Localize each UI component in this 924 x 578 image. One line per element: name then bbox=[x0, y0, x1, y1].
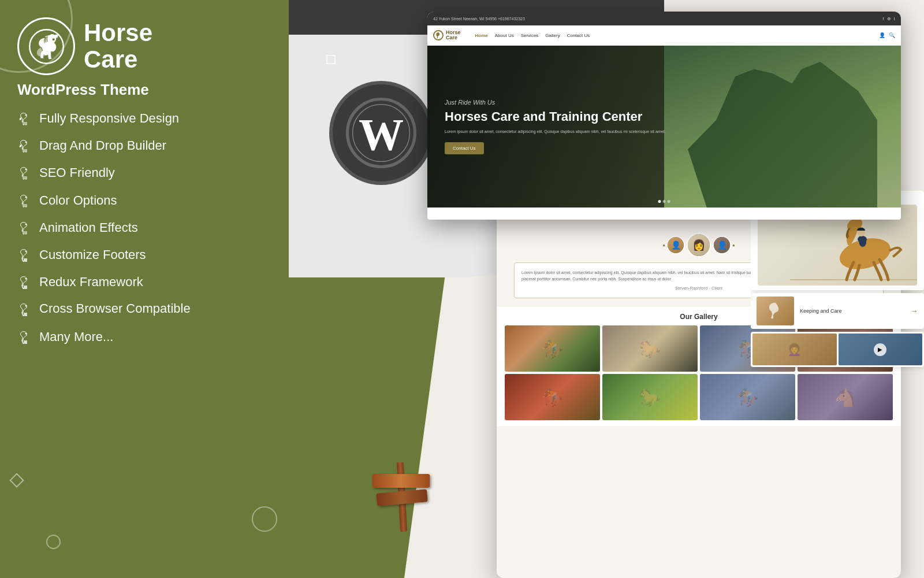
gallery-img-1: 🏇 bbox=[505, 325, 600, 372]
hero-horse-silhouette bbox=[688, 62, 877, 208]
horse-icon-responsive bbox=[17, 112, 32, 131]
right-panel: W 42 Yukon Street Neenah, WI 54956 +6198… bbox=[248, 0, 924, 578]
hero-horse-bg bbox=[664, 46, 901, 208]
slide-dots bbox=[658, 200, 670, 203]
nav-about[interactable]: About Us bbox=[495, 33, 514, 38]
hero-section: Just Ride With Us Horses Care and Traini… bbox=[427, 46, 901, 208]
left-panel: Horse Care WordPress Theme Fully Respons… bbox=[0, 0, 289, 578]
feature-item-browser: Cross Browser Compatible bbox=[17, 301, 271, 321]
horse-icon-builder bbox=[17, 139, 32, 158]
feature-item-responsive: Fully Responsive Design bbox=[17, 110, 271, 131]
feature-label-more: Many More... bbox=[39, 329, 113, 346]
twitter-icon: t bbox=[894, 16, 895, 21]
feature-label-animation: Animation Effects bbox=[39, 220, 138, 236]
horse-icon-browser bbox=[17, 302, 32, 321]
decorative-square bbox=[326, 55, 336, 64]
nav-actions: 👤 🔍 bbox=[879, 32, 895, 38]
service-card-keeping: Keeping and Care → bbox=[751, 293, 924, 329]
logo-area: Horse Care bbox=[17, 17, 271, 75]
feature-item-seo: SEO Friendly bbox=[17, 165, 271, 185]
svg-point-11 bbox=[25, 332, 27, 334]
nav-home[interactable]: Home bbox=[475, 33, 488, 38]
dot-1 bbox=[658, 200, 661, 203]
address-info: 42 Yukon Street Neenah, WI 54956 +619874… bbox=[433, 17, 525, 21]
wp-logo-letter: W bbox=[344, 95, 419, 171]
feature-list: Fully Responsive Design Drag And Drop Bu… bbox=[17, 110, 271, 349]
svg-point-9 bbox=[25, 278, 27, 280]
decorative-circle bbox=[46, 535, 61, 549]
feature-label-footer: Customize Footers bbox=[39, 247, 146, 264]
nav-services[interactable]: Services bbox=[521, 33, 539, 38]
play-button[interactable]: ▶ bbox=[874, 343, 886, 356]
feature-label-builder: Drag And Drop Builder bbox=[39, 138, 166, 154]
feature-label-seo: SEO Friendly bbox=[39, 165, 115, 181]
gallery-img-5: 🏇 bbox=[505, 374, 600, 420]
svg-point-4 bbox=[25, 142, 27, 143]
decorative-diamond bbox=[9, 473, 24, 487]
browser-mockup-top: 42 Yukon Street Neenah, WI 54956 +619874… bbox=[427, 12, 901, 220]
feature-label-color: Color Options bbox=[39, 192, 117, 209]
gallery-cell-2: 🐎 bbox=[602, 325, 698, 372]
feature-item-footer: Customize Footers bbox=[17, 247, 271, 267]
dot-3 bbox=[668, 200, 670, 203]
feature-item-color: Color Options bbox=[17, 192, 271, 213]
svg-point-6 bbox=[25, 196, 27, 198]
gallery-img-2: 🐎 bbox=[602, 325, 698, 372]
horse-logo-icon bbox=[28, 28, 65, 65]
search-icon[interactable]: 🔍 bbox=[889, 32, 895, 38]
gallery-cell-6: 🐎 bbox=[602, 374, 698, 420]
gallery-panel-bottom: 👩‍🦱 🏇 ▶ bbox=[751, 332, 924, 367]
nav-logo-icon bbox=[433, 30, 444, 40]
service-arrow-keeping[interactable]: → bbox=[910, 306, 918, 316]
hero-title: Horses Care and Training Center bbox=[445, 109, 665, 124]
nav-links: Home About Us Services Gallery Contact U… bbox=[475, 33, 873, 38]
social-icons: f ⊕ t bbox=[883, 16, 895, 21]
hero-cta-button[interactable]: Contact Us bbox=[445, 142, 484, 154]
feature-label-browser: Cross Browser Compatible bbox=[39, 301, 191, 316]
nav-gallery[interactable]: Gallery bbox=[545, 33, 560, 38]
feature-item-more: Many More... bbox=[17, 329, 271, 349]
hero-description: Lorem ipsum dolor sit amet, consectetur … bbox=[445, 129, 665, 135]
service-text-keeping: Keeping and Care bbox=[800, 308, 842, 314]
svg-point-10 bbox=[25, 305, 27, 307]
wooden-sign bbox=[397, 462, 407, 532]
horse-icon-more bbox=[17, 330, 32, 349]
horse-icon-redux bbox=[17, 275, 32, 294]
user-icon[interactable]: 👤 bbox=[879, 32, 885, 38]
nav-contact[interactable]: Contact Us bbox=[567, 33, 590, 38]
wordpress-logo-container: W bbox=[329, 81, 433, 185]
svg-point-7 bbox=[25, 223, 27, 225]
service-cards: Keeping and Care → bbox=[751, 293, 924, 329]
browser-top-bar: 42 Yukon Street Neenah, WI 54956 +619874… bbox=[427, 12, 901, 25]
hero-subtitle: Just Ride With Us bbox=[445, 99, 665, 106]
feature-item-builder: Drag And Drop Builder bbox=[17, 138, 271, 158]
service-img-keeping bbox=[757, 297, 794, 325]
horse-icon-footer bbox=[17, 248, 32, 267]
right-side-panel: We are fully approved by the bbox=[751, 191, 924, 578]
svg-point-1 bbox=[52, 38, 54, 40]
dot-right: ● bbox=[732, 243, 735, 248]
gallery-cell-1: 🏇 bbox=[505, 325, 600, 372]
gallery-cell-5: 🏇 bbox=[505, 374, 600, 420]
svg-text:W: W bbox=[359, 109, 404, 160]
feature-item-redux: Redux Framework bbox=[17, 274, 271, 294]
brand-title: Horse Care bbox=[84, 20, 152, 73]
logo-circle bbox=[17, 17, 75, 75]
theme-subtitle: WordPress Theme bbox=[17, 81, 271, 99]
dot-left: ● bbox=[662, 243, 665, 248]
browser-main-nav: HorseCare Home About Us Services Gallery… bbox=[427, 25, 901, 46]
horse-icon-animation bbox=[17, 221, 32, 240]
wooden-board-1 bbox=[372, 474, 430, 488]
feature-item-animation: Animation Effects bbox=[17, 220, 271, 240]
svg-point-8 bbox=[25, 250, 27, 252]
gallery-thumb-row-1: 👩‍🦱 🏇 ▶ bbox=[751, 332, 924, 367]
gallery-thumb-1: 👩‍🦱 bbox=[752, 334, 837, 365]
avatar-1: 👤 bbox=[666, 236, 685, 254]
horse-icon-seo bbox=[17, 166, 32, 185]
gallery-img-6: 🐎 bbox=[602, 374, 698, 420]
wordpress-logo: W bbox=[329, 81, 433, 185]
facebook-icon: f bbox=[883, 16, 884, 21]
avatar-3: 👤 bbox=[713, 236, 731, 254]
feature-label-redux: Redux Framework bbox=[39, 274, 143, 291]
hero-content: Just Ride With Us Horses Care and Traini… bbox=[427, 87, 683, 166]
